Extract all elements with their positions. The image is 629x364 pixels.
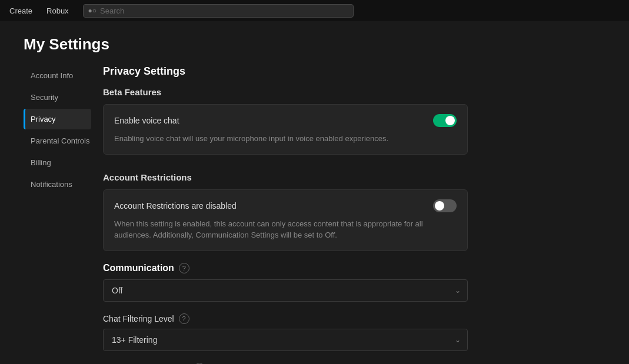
account-restrictions-description: When this setting is enabled, this accou…	[114, 218, 457, 241]
account-restrictions-section: Account Restrictions Account Restriction…	[103, 172, 468, 251]
topnav: Create Robux ●○	[0, 0, 629, 21]
chat-filtering-dropdown-wrapper: 13+ Filtering Automatic Child Filtering …	[103, 329, 468, 351]
voice-chat-description: Enabling voice chat will use your microp…	[114, 133, 457, 145]
account-restrictions-label: Account Restrictions are disabled	[114, 201, 237, 211]
topnav-robux[interactable]: Robux	[46, 6, 69, 15]
chat-filtering-label: Chat Filtering Level	[103, 314, 174, 323]
account-restrictions-thumb	[435, 201, 444, 211]
page-title: My Settings	[24, 35, 605, 54]
account-restrictions-title: Account Restrictions	[103, 172, 468, 182]
main-content: Privacy Settings Beta Features Enable vo…	[103, 65, 468, 364]
voice-chat-row: Enable voice chat	[114, 114, 457, 127]
chat-filtering-label-row: Chat Filtering Level ?	[103, 313, 468, 324]
voice-chat-label: Enable voice chat	[114, 116, 179, 125]
settings-page: My Settings Account Info Security Privac…	[0, 21, 629, 364]
sidebar-item-security[interactable]: Security	[24, 87, 91, 108]
sidebar-item-notifications[interactable]: Notifications	[24, 174, 91, 195]
communication-header: Communication ?	[103, 263, 468, 273]
communication-dropdown-wrapper: Off No one Friends Everyone ⌄	[103, 279, 468, 302]
search-input[interactable]	[100, 6, 348, 15]
account-restrictions-row: Account Restrictions are disabled	[114, 199, 457, 212]
voice-chat-thumb	[445, 116, 455, 125]
beta-features-title: Beta Features	[103, 87, 468, 97]
communication-dropdown[interactable]: Off No one Friends Everyone	[103, 279, 468, 302]
privacy-settings-title: Privacy Settings	[103, 65, 468, 78]
communication-title: Communication	[103, 263, 174, 273]
search-icon: ●○	[88, 6, 97, 15]
sidebar: Account Info Security Privacy Parental C…	[24, 65, 91, 364]
communication-help-icon[interactable]: ?	[179, 263, 189, 273]
settings-layout: Account Info Security Privacy Parental C…	[24, 65, 605, 364]
chat-filtering-dropdown[interactable]: 13+ Filtering Automatic Child Filtering	[103, 329, 468, 351]
sidebar-item-account-info[interactable]: Account Info	[24, 65, 91, 86]
account-restrictions-card: Account Restrictions are disabled When t…	[103, 189, 468, 251]
search-bar: ●○	[83, 4, 354, 18]
voice-chat-toggle[interactable]	[433, 114, 457, 127]
communication-section: Communication ? Off No one Friends Every…	[103, 263, 468, 365]
beta-features-card: Enable voice chat Enabling voice chat wi…	[103, 104, 468, 155]
sidebar-item-parental-controls[interactable]: Parental Controls	[24, 131, 91, 151]
chat-filtering-help-icon[interactable]: ?	[179, 313, 189, 324]
account-restrictions-toggle[interactable]	[433, 199, 457, 212]
sidebar-item-privacy[interactable]: Privacy	[24, 109, 91, 129]
sidebar-item-billing[interactable]: Billing	[24, 152, 91, 173]
topnav-create[interactable]: Create	[9, 6, 32, 15]
